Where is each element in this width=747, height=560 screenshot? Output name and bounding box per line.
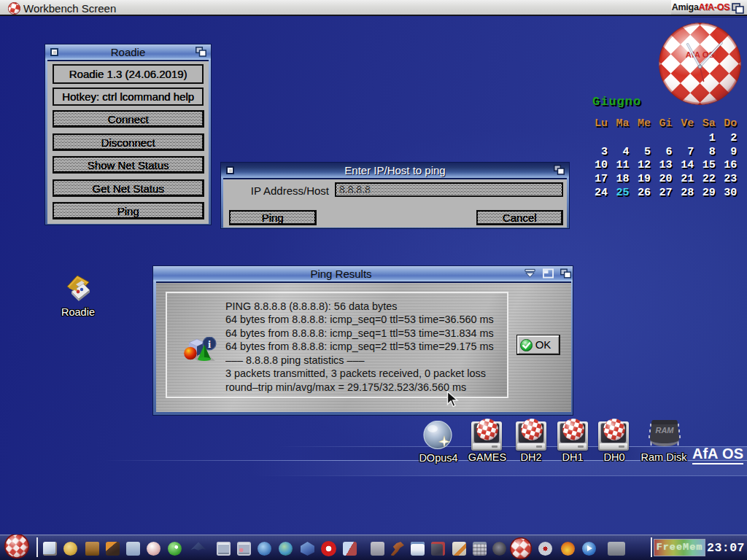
svg-text:i: i xyxy=(208,338,211,350)
svg-text:RAM: RAM xyxy=(655,426,674,435)
